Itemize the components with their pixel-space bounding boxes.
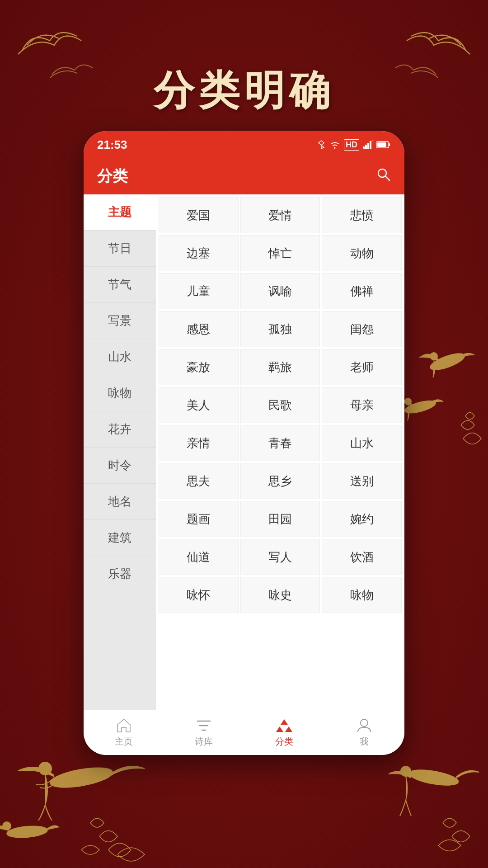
signal-icon xyxy=(363,140,373,149)
grid-item-悲愤[interactable]: 悲愤 xyxy=(322,197,402,233)
svg-marker-25 xyxy=(285,726,292,732)
svg-marker-23 xyxy=(281,719,288,725)
status-time: 21:53 xyxy=(97,138,127,152)
grid-item-闺怨[interactable]: 闺怨 xyxy=(322,311,402,347)
app-header: 分类 xyxy=(84,158,404,194)
svg-point-3 xyxy=(405,398,411,405)
svg-rect-10 xyxy=(363,146,365,149)
grid-item-佛禅[interactable]: 佛禅 xyxy=(322,273,402,309)
bottom-nav: 主页 诗库 分类 xyxy=(84,710,404,755)
filter-icon xyxy=(196,717,212,734)
content-area: 主题 节日 节气 写景 山水 咏物 花卉 时令 地名 建筑 乐器 爱国 爱情 悲… xyxy=(84,194,404,710)
phone-mockup: 21:53 HD xyxy=(84,131,404,755)
home-icon xyxy=(116,717,132,734)
person-icon xyxy=(356,717,372,734)
grid-item-田园[interactable]: 田园 xyxy=(240,501,320,537)
grid-item-思夫[interactable]: 思夫 xyxy=(159,463,239,499)
grid-item-孤独[interactable]: 孤独 xyxy=(240,311,320,347)
sidebar-item-主题[interactable]: 主题 xyxy=(84,194,156,231)
svg-marker-24 xyxy=(276,726,283,732)
sidebar-item-咏物[interactable]: 咏物 xyxy=(84,375,156,411)
grid-item-题画[interactable]: 题画 xyxy=(159,501,239,537)
search-button[interactable] xyxy=(376,167,391,185)
status-icons: HD xyxy=(317,139,391,151)
grid-item-咏物2[interactable]: 咏物 xyxy=(322,577,402,613)
grid-item-爱国[interactable]: 爱国 xyxy=(159,197,239,233)
sidebar-item-建筑[interactable]: 建筑 xyxy=(84,520,156,556)
sidebar-item-花卉[interactable]: 花卉 xyxy=(84,411,156,448)
nav-item-shiku[interactable]: 诗库 xyxy=(164,717,244,748)
sidebar-item-写景[interactable]: 写景 xyxy=(84,303,156,339)
nav-item-fenlei[interactable]: 分类 xyxy=(244,717,324,748)
grid-item-婉约[interactable]: 婉约 xyxy=(322,501,402,537)
grid-item-感恩[interactable]: 感恩 xyxy=(159,311,239,347)
svg-point-9 xyxy=(401,766,411,776)
svg-point-4 xyxy=(49,764,114,791)
hd-icon: HD xyxy=(344,139,359,151)
category-icon xyxy=(276,717,292,734)
app-header-title: 分类 xyxy=(97,166,128,187)
grid-item-咏怀[interactable]: 咏怀 xyxy=(159,577,239,613)
nav-item-me[interactable]: 我 xyxy=(324,717,405,748)
grid-item-思乡[interactable]: 思乡 xyxy=(240,463,320,499)
svg-rect-17 xyxy=(377,142,386,147)
grid-item-饮酒[interactable]: 饮酒 xyxy=(322,539,402,575)
nav-item-home[interactable]: 主页 xyxy=(84,717,164,748)
svg-point-5 xyxy=(39,762,52,775)
svg-rect-16 xyxy=(389,143,390,146)
sidebar-item-节气[interactable]: 节气 xyxy=(84,267,156,303)
grid-item-动物[interactable]: 动物 xyxy=(322,235,402,271)
nav-label-me: 我 xyxy=(360,736,369,748)
grid-item-老师[interactable]: 老师 xyxy=(322,349,402,385)
grid-item-亲情[interactable]: 亲情 xyxy=(159,425,239,461)
svg-rect-14 xyxy=(372,140,373,141)
grid-item-悼亡[interactable]: 悼亡 xyxy=(240,235,320,271)
grid-item-羁旅[interactable]: 羁旅 xyxy=(240,349,320,385)
svg-rect-13 xyxy=(370,141,371,149)
svg-point-1 xyxy=(430,353,437,360)
grid-item-咏史[interactable]: 咏史 xyxy=(240,577,320,613)
grid-item-民歌[interactable]: 民歌 xyxy=(240,387,320,423)
grid-item-儿童[interactable]: 儿童 xyxy=(159,273,239,309)
nav-label-shiku: 诗库 xyxy=(195,736,213,748)
phone-screen: 21:53 HD xyxy=(84,131,404,755)
grid-item-仙道[interactable]: 仙道 xyxy=(159,539,239,575)
grid-item-美人[interactable]: 美人 xyxy=(159,387,239,423)
nav-label-home: 主页 xyxy=(115,736,133,748)
status-bar: 21:53 HD xyxy=(84,131,404,158)
search-icon xyxy=(376,167,391,182)
svg-point-26 xyxy=(361,719,368,726)
sidebar-item-地名[interactable]: 地名 xyxy=(84,484,156,520)
sidebar-item-时令[interactable]: 时令 xyxy=(84,448,156,484)
sidebar-item-乐器[interactable]: 乐器 xyxy=(84,556,156,592)
grid-item-爱情[interactable]: 爱情 xyxy=(240,197,320,233)
grid-item-母亲[interactable]: 母亲 xyxy=(322,387,402,423)
svg-rect-11 xyxy=(365,145,367,149)
category-grid: 爱国 爱情 悲愤 边塞 悼亡 动物 儿童 讽喻 佛禅 感恩 孤独 闺怨 豪放 羁… xyxy=(159,197,402,613)
svg-point-7 xyxy=(3,822,11,830)
grid-item-写人[interactable]: 写人 xyxy=(240,539,320,575)
grid-item-青春[interactable]: 青春 xyxy=(240,425,320,461)
sidebar: 主题 节日 节气 写景 山水 咏物 花卉 时令 地名 建筑 乐器 xyxy=(84,194,156,710)
grid-item-边塞[interactable]: 边塞 xyxy=(159,235,239,271)
svg-point-8 xyxy=(408,767,459,788)
sidebar-item-山水[interactable]: 山水 xyxy=(84,339,156,375)
grid-item-山水[interactable]: 山水 xyxy=(322,425,402,461)
grid-item-豪放[interactable]: 豪放 xyxy=(159,349,239,385)
page-title: 分类明确 xyxy=(0,63,488,118)
wifi-icon xyxy=(329,140,340,149)
bluetooth-icon xyxy=(317,140,326,150)
sidebar-item-节日[interactable]: 节日 xyxy=(84,231,156,267)
nav-label-fenlei: 分类 xyxy=(275,736,293,748)
svg-rect-12 xyxy=(367,143,369,149)
grid-item-送别[interactable]: 送别 xyxy=(322,463,402,499)
cloud-decoration-top-left xyxy=(14,23,86,59)
cloud-decoration-top-right xyxy=(402,23,474,59)
svg-point-6 xyxy=(6,825,48,839)
svg-line-19 xyxy=(385,176,389,180)
grid-area: 爱国 爱情 悲愤 边塞 悼亡 动物 儿童 讽喻 佛禅 感恩 孤独 闺怨 豪放 羁… xyxy=(156,194,404,710)
cranes-right-decoration xyxy=(393,326,488,470)
grid-item-讽喻[interactable]: 讽喻 xyxy=(240,273,320,309)
battery-icon xyxy=(376,141,391,149)
